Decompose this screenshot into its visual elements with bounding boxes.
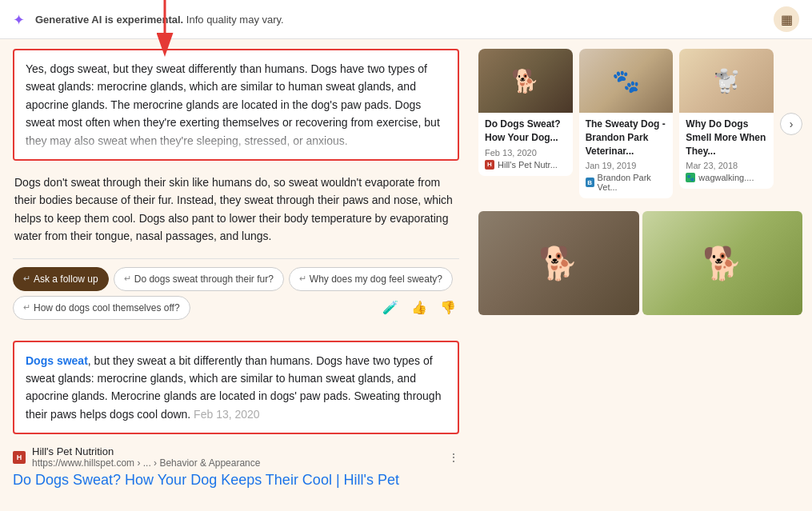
grid-icon: ▦ [781,12,793,27]
fade-overlay [14,127,458,159]
source-url: https://www.hillspet.com › ... › Behavio… [32,457,260,469]
followup-arrow-3: ↵ [23,302,30,313]
cards-row: 🐕 Do Dogs Sweat? How Your Dog... Feb 13,… [478,49,802,198]
followup-arrow-2: ↵ [299,273,306,284]
card-2-favicon: B [586,178,594,187]
search-result-text: Dogs sweat, but they sweat a bit differe… [26,352,446,424]
card-1-favicon: H [485,160,494,170]
card-2-source: B Brandon Park Vet... [586,173,667,192]
cards-next-button[interactable]: › [780,113,802,135]
card-1[interactable]: 🐕 Do Dogs Sweat? How Your Dog... Feb 13,… [478,49,573,176]
flask-icon[interactable]: 🧪 [379,297,402,318]
source-row: H Hill's Pet Nutrition https://www.hills… [13,445,459,469]
card-1-title: Do Dogs Sweat? How Your Dog... [485,118,566,145]
followup-label-3: How do dogs cool themselves off? [34,302,180,313]
cards-section: 🐕 Do Dogs Sweat? How Your Dog... Feb 13,… [478,49,802,198]
search-highlight: Dogs sweat [26,354,88,367]
card-3-title: Why Do Dogs Smell More When They... [686,118,767,158]
card-3-image: 🐩 [679,49,774,113]
right-panel: 🐕 Do Dogs Sweat? How Your Dog... Feb 13,… [472,39,812,511]
card-2-date: Jan 19, 2019 [586,161,667,170]
card-2-image: 🐾 [579,49,674,113]
card-2-body: The Sweaty Dog - Brandon Park Veterinar.… [579,113,674,198]
card-3-date: Mar 23, 2018 [686,161,767,170]
content-wrapper: Yes, dogs sweat, but they sweat differen… [13,49,459,489]
ai-answer-box: Yes, dogs sweat, but they sweat differen… [13,49,459,161]
ask-followup-button[interactable]: ↵ Ask a follow up [13,267,109,291]
top-bar: ✦ Generative AI is experimental. Info qu… [0,0,812,39]
ai-answer-paragraph2: Dogs don't sweat through their skin like… [13,174,459,246]
search-result-title-link[interactable]: Do Dogs Sweat? How Your Dog Keeps Their … [13,472,459,489]
action-icons: 🧪 👍 👎 [379,297,459,318]
source-name: Hill's Pet Nutrition [32,445,260,457]
card-1-body: Do Dogs Sweat? How Your Dog... Feb 13, 2… [478,113,573,176]
thumbs-down-icon[interactable]: 👎 [437,297,459,318]
followup-arrow-1: ↵ [124,273,131,284]
card-3-body: Why Do Dogs Smell More When They... Mar … [679,113,774,189]
followup-label-1: Do dogs sweat through their fur? [134,273,274,285]
followup-btn-2[interactable]: ↵ Why does my dog feel sweaty? [289,267,453,291]
search-result-box: Dogs sweat, but they sweat a bit differe… [13,341,459,435]
card-1-source: H Hill's Pet Nutr... [485,160,566,170]
top-bar-normal: Info quality may vary. [186,14,284,26]
card-3-source: 🐾 wagwalking.... [686,173,767,182]
followup-label-2: Why does my dog feel sweaty? [310,273,442,285]
card-1-date: Feb 13, 2020 [485,148,566,158]
source-menu-dots[interactable]: ⋮ [448,451,459,464]
ask-followup-label: Ask a follow up [34,273,98,285]
card-2[interactable]: 🐾 The Sweaty Dog - Brandon Park Veterina… [579,49,674,198]
bottom-images: 🐕 🐕 [478,211,802,315]
bottom-image-1: 🐕 [478,211,639,315]
main-content: Yes, dogs sweat, but they sweat differen… [0,39,812,511]
card-3[interactable]: 🐩 Why Do Dogs Smell More When They... Ma… [679,49,774,189]
card-3-source-name: wagwalking.... [698,173,754,182]
search-fade-date: Feb 13, 2020 [190,408,259,421]
card-2-source-name: Brandon Park Vet... [598,173,667,192]
grid-icon-button[interactable]: ▦ [774,6,799,32]
followup-bar: ↵ Ask a follow up ↵ Do dogs sweat throug… [13,258,459,328]
followup-btn-1[interactable]: ↵ Do dogs sweat through their fur? [114,267,284,291]
card-3-favicon: 🐾 [686,173,695,182]
followup-btn-3[interactable]: ↵ How do dogs cool themselves off? [13,296,190,320]
top-bar-text: Generative AI is experimental. Info qual… [35,14,284,26]
thumbs-up-icon[interactable]: 👍 [408,297,430,318]
ai-icon: ✦ [13,11,29,27]
source-info: Hill's Pet Nutrition https://www.hillspe… [32,445,260,469]
bottom-image-2: 🐕 [642,211,803,315]
card-1-source-name: Hill's Pet Nutr... [498,160,558,170]
followup-icon-main: ↵ [23,273,30,284]
left-panel: Yes, dogs sweat, but they sweat differen… [0,39,472,511]
source-favicon: H [13,451,26,464]
top-bar-bold: Generative AI is experimental. [35,14,183,26]
card-2-title: The Sweaty Dog - Brandon Park Veterinar.… [586,118,667,158]
card-1-image: 🐕 [478,49,573,113]
